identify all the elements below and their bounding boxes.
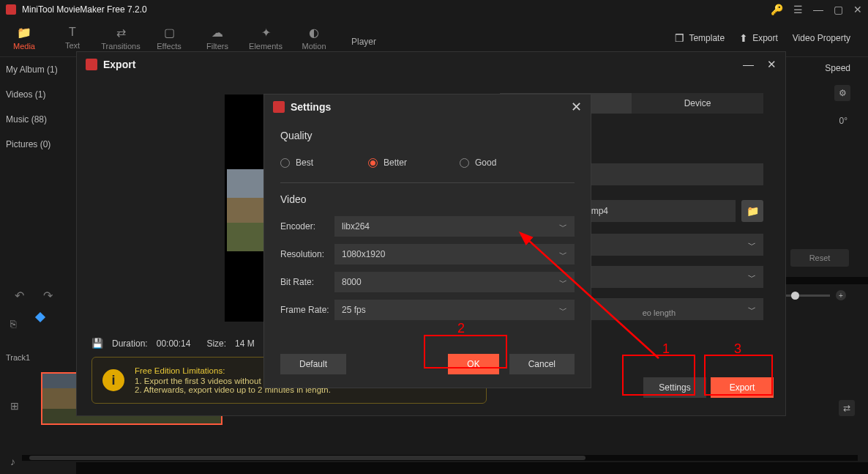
chevron-down-icon: ﹀ <box>748 240 756 251</box>
sidebar-item-album[interactable]: My Album (1) <box>0 57 76 82</box>
horizontal-scrollbar[interactable] <box>22 455 858 461</box>
tab-media[interactable]: 📁 Media <box>0 19 48 57</box>
playhead-icon[interactable] <box>35 312 45 322</box>
export-tab-device[interactable]: Device <box>632 93 763 114</box>
export-close-button[interactable]: ✕ <box>767 58 777 71</box>
motion-icon: ◐ <box>309 26 319 40</box>
settings-close-button[interactable]: ✕ <box>571 99 582 115</box>
video-length-hint: eo length <box>643 308 676 317</box>
quality-section-title: Quality <box>264 119 591 149</box>
property-panel: Speed ⚙ 0° <box>780 57 868 277</box>
resolution-select[interactable]: 1080x1920﹀ <box>334 244 575 264</box>
maximize-button[interactable]: ▢ <box>834 4 843 15</box>
export-dialog-header: Export — ✕ <box>77 52 785 77</box>
elements-icon: ✦ <box>261 26 271 40</box>
swap-icon[interactable]: ⇄ <box>839 400 855 416</box>
quality-radio-group: Best Better Good <box>264 149 591 178</box>
minimize-button[interactable]: — <box>813 4 823 15</box>
encoder-select[interactable]: libx264﹀ <box>334 216 575 237</box>
encoder-row: Encoder: libx264﹀ <box>264 212 591 240</box>
size-value: 14 M <box>235 338 255 349</box>
app-logo-icon <box>273 101 285 113</box>
export-minimize-button[interactable]: — <box>743 58 754 71</box>
browse-button[interactable]: 📁 <box>741 200 763 222</box>
settings-title: Settings <box>291 101 571 113</box>
framerate-row: Frame Rate: 25 fps﹀ <box>264 296 591 324</box>
title-bar: MiniTool MovieMaker Free 7.2.0 🔑 ☰ — ▢ ✕ <box>0 0 868 19</box>
upload-icon: ⬆ <box>739 32 748 44</box>
bitrate-select[interactable]: 8000﹀ <box>334 272 575 292</box>
transitions-icon: ⇄ <box>116 26 126 40</box>
key-icon[interactable]: 🔑 <box>771 4 783 15</box>
framerate-select[interactable]: 25 fps﹀ <box>334 300 575 320</box>
quality-good[interactable]: Good <box>460 158 496 168</box>
cancel-button[interactable]: Cancel <box>509 354 575 374</box>
chevron-down-icon: ﹀ <box>559 305 567 316</box>
export-confirm-button[interactable]: Export <box>711 377 774 398</box>
info-icon: i <box>102 369 124 391</box>
settings-dialog-header: Settings ✕ <box>264 95 591 119</box>
sidebar-item-pictures[interactable]: Pictures (0) <box>0 132 76 157</box>
duration-value: 00:00:14 <box>157 338 191 349</box>
settings-dialog: Settings ✕ Quality Best Better Good Vide… <box>263 94 591 388</box>
menu-icon[interactable]: ☰ <box>793 4 803 15</box>
export-button-toolbar[interactable]: ⬆ Export <box>739 32 778 44</box>
template-button[interactable]: ❒ Template <box>675 32 725 44</box>
export-settings-button[interactable]: Settings <box>643 377 706 398</box>
export-title: Export <box>103 59 743 70</box>
ok-button[interactable]: OK <box>448 354 498 374</box>
speed-tab[interactable]: Speed <box>780 57 868 79</box>
track-label: Track1 <box>6 353 30 362</box>
folder-icon: 📁 <box>17 26 31 40</box>
player-label: Player <box>351 37 376 47</box>
annotation-number-2: 2 <box>457 321 465 336</box>
chevron-down-icon: ﹀ <box>748 272 756 283</box>
resolution-row: Resolution: 1080x1920﹀ <box>264 240 591 268</box>
export-meta: 💾 Duration: 00:00:14 Size: 14 M <box>91 338 255 349</box>
audio-track-icon[interactable]: ♪ <box>10 456 15 467</box>
bitrate-row: Bit Rate: 8000﹀ <box>264 268 591 296</box>
quality-better[interactable]: Better <box>368 158 460 168</box>
folder-icon: 📁 <box>747 205 759 217</box>
zoom-thumb[interactable] <box>791 292 799 300</box>
effects-icon: ▢ <box>164 26 175 40</box>
chevron-down-icon: ﹀ <box>559 249 567 260</box>
chevron-down-icon: ﹀ <box>559 221 567 232</box>
rotation-value: 0° <box>780 107 868 135</box>
zoom-in-button[interactable]: + <box>836 290 846 300</box>
annotation-number-1: 1 <box>662 341 670 357</box>
copy-icon[interactable]: ⎘ <box>10 318 16 330</box>
layers-icon: ❒ <box>675 32 684 44</box>
sidebar-item-music[interactable]: Music (88) <box>0 107 76 132</box>
quality-best[interactable]: Best <box>280 158 368 168</box>
app-logo-icon <box>86 59 97 70</box>
redo-button[interactable]: ↷ <box>43 289 53 303</box>
filters-icon: ☁ <box>212 26 223 40</box>
close-button[interactable]: ✕ <box>853 4 862 15</box>
chevron-down-icon: ﹀ <box>559 277 567 288</box>
video-section-title: Video <box>264 183 591 212</box>
video-property-button[interactable]: Video Property <box>793 33 850 43</box>
undo-button[interactable]: ↶ <box>15 289 24 303</box>
chevron-down-icon: ﹀ <box>748 304 756 315</box>
text-icon: T <box>69 26 76 39</box>
save-icon: 💾 <box>91 338 103 349</box>
settings-icon[interactable]: ⚙ <box>834 85 850 101</box>
app-logo-icon <box>6 4 16 15</box>
default-button[interactable]: Default <box>280 354 346 374</box>
reset-button[interactable]: Reset <box>790 249 849 267</box>
sidebar-item-videos[interactable]: Videos (1) <box>0 82 76 107</box>
app-title: MiniTool MovieMaker Free 7.2.0 <box>22 4 771 15</box>
annotation-number-3: 3 <box>734 341 741 357</box>
video-track-icon[interactable]: ⊞ <box>10 400 19 412</box>
